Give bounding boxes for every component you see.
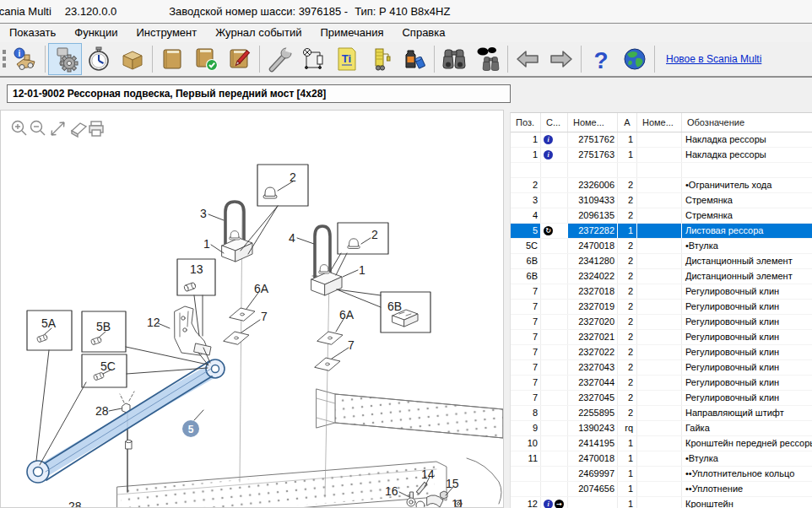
- designation-cell: Регулировочный клин: [682, 376, 812, 390]
- column-header-1[interactable]: С...: [541, 113, 568, 132]
- status-cell: [541, 315, 568, 329]
- table-row[interactable]: 1i27517631Накладка рессоры: [511, 148, 812, 163]
- partnumber2-cell: [637, 345, 682, 359]
- position-badge-5[interactable]: 5: [182, 420, 199, 437]
- catalog-book-button[interactable]: [155, 43, 189, 75]
- package-button[interactable]: [116, 43, 149, 75]
- column-header-2[interactable]: Номе...: [568, 113, 618, 132]
- main-content: 5 2 3 1 13 2 4 1 6A 7 6B 6A 7 5A: [0, 110, 812, 508]
- back-button[interactable]: [511, 43, 544, 75]
- table-row[interactable]: 91390243rqГайка: [511, 421, 812, 436]
- table-row[interactable]: 5C24700182•Втулка: [511, 239, 812, 254]
- tools-button[interactable]: [263, 43, 296, 75]
- table-row[interactable]: 723270202Регулировочный клин: [511, 315, 812, 330]
- search-button[interactable]: [437, 43, 471, 75]
- column-header-0[interactable]: Поз.: [511, 113, 541, 132]
- table-row-selected[interactable]: 5↻23722821Листовая рессора: [511, 224, 812, 239]
- table-row[interactable]: 1124700181•Втулка: [511, 451, 812, 467]
- forward-button[interactable]: [544, 43, 578, 75]
- partnumber2-cell: [637, 406, 682, 420]
- piston-gear-icon: [51, 46, 78, 73]
- partnumber-cell: 2341280: [568, 254, 618, 268]
- circuit-button[interactable]: [296, 43, 330, 75]
- qty-cell: 2: [618, 391, 637, 405]
- whats-new-link[interactable]: Новое в Scania Multi: [666, 53, 761, 65]
- menu-item-notes[interactable]: Примечания: [311, 24, 392, 42]
- help-button[interactable]: ?: [584, 43, 618, 75]
- equipment-button[interactable]: [364, 43, 398, 75]
- binoculars-icon: [441, 46, 468, 73]
- eraser-button[interactable]: [72, 123, 86, 137]
- menu-item-show[interactable]: Показать: [0, 24, 65, 42]
- menu-item-functions[interactable]: Функции: [65, 24, 127, 42]
- toolbar-separator: [507, 46, 508, 73]
- table-row[interactable]: 6B23240222Дистанционный элемент: [511, 269, 812, 284]
- partnumber2-cell: [637, 467, 682, 481]
- column-header-3[interactable]: A: [618, 113, 637, 132]
- designation-cell: Направляющий штифт: [682, 406, 812, 420]
- qty-cell: 2: [618, 330, 637, 344]
- zoom-out-button[interactable]: [31, 122, 46, 136]
- chassis-type: Тип: P 410 B8x4HZ: [355, 5, 450, 18]
- table-row[interactable]: 12i→1Кронштейн: [511, 497, 812, 508]
- qty-cell: 2: [618, 315, 637, 329]
- goto-icon[interactable]: →: [555, 500, 564, 508]
- menu-item-event-log[interactable]: Журнал событий: [206, 24, 311, 42]
- print-button[interactable]: [89, 122, 103, 136]
- table-row[interactable]: 723270222Регулировочный клин: [511, 345, 812, 360]
- designation-cell: Кронштейн передней рессоры: [682, 436, 812, 451]
- menu-item-tools[interactable]: Инструмент: [127, 24, 207, 42]
- lubricants-button[interactable]: [398, 43, 431, 75]
- table-row[interactable]: [511, 163, 812, 178]
- pos-cell: 12: [511, 497, 541, 508]
- parts-catalog-button[interactable]: [48, 43, 82, 75]
- table-row[interactable]: 6B23412802Дистанционный элемент: [511, 254, 812, 269]
- table-row[interactable]: 420961352Стремянка: [511, 208, 812, 224]
- info-icon[interactable]: i: [544, 150, 553, 159]
- table-row[interactable]: 331094332Стремянка: [511, 193, 812, 208]
- table-row[interactable]: 1i27517621Накладка рессоры: [511, 132, 812, 148]
- zoom-in-button[interactable]: [13, 122, 27, 136]
- search-history-button[interactable]: [471, 43, 505, 75]
- info-icon[interactable]: i: [544, 135, 553, 144]
- chassis-info-button[interactable]: i: [8, 43, 42, 75]
- table-row[interactable]: 723270192Регулировочный клин: [511, 300, 812, 315]
- table-row[interactable]: 723270212Регулировочный клин: [511, 330, 812, 345]
- table-row[interactable]: 24699971••Уплотнительное кольцо: [511, 467, 812, 482]
- menu-item-help[interactable]: Справка: [392, 24, 454, 42]
- toolbar-separator: [45, 46, 46, 73]
- designation-cell: Регулировочный клин: [682, 284, 812, 299]
- svg-text:28: 28: [95, 404, 109, 418]
- edit-book-button[interactable]: [223, 43, 257, 75]
- column-header-5[interactable]: Обозначение: [682, 113, 812, 132]
- svg-text:6B: 6B: [387, 300, 402, 313]
- bracket-12[interactable]: [175, 306, 211, 355]
- qty-cell: 2: [618, 300, 637, 314]
- fit-view-button[interactable]: [51, 122, 64, 135]
- table-row[interactable]: 822558952Направляющий штифт: [511, 406, 812, 421]
- status-cell: i: [541, 148, 568, 162]
- frame-rail-rear[interactable]: [317, 389, 503, 438]
- table-row[interactable]: 1024141951Кронштейн передней рессоры: [511, 436, 812, 451]
- arrow-left-icon: [514, 46, 541, 73]
- table-row[interactable]: 223260062•Ограничитель хода: [511, 178, 812, 193]
- table-row[interactable]: 723270182Регулировочный клин: [511, 284, 812, 300]
- shim-7-right: [315, 358, 340, 370]
- parts-table-header: Поз.С...Номе...AНоме...Обозначение: [511, 113, 812, 132]
- partnumber-cell: 2327020: [568, 315, 618, 329]
- table-row[interactable]: 20746561••Уплотнение: [511, 482, 812, 497]
- work-time-button[interactable]: [82, 43, 116, 75]
- partnumber2-cell: [637, 239, 682, 253]
- info-icon[interactable]: i: [544, 500, 553, 508]
- verified-book-button[interactable]: [189, 43, 223, 75]
- svg-text:Ti: Ti: [342, 52, 351, 65]
- technical-info-button[interactable]: Ti: [330, 43, 364, 75]
- online-button[interactable]: [618, 43, 652, 75]
- column-header-4[interactable]: Номе...: [637, 113, 682, 132]
- partnumber2-cell: [637, 224, 682, 238]
- partnumber-cell: 2255895: [568, 406, 618, 420]
- table-row[interactable]: 723270452Регулировочный клин: [511, 391, 812, 406]
- bolt-28[interactable]: [120, 392, 134, 492]
- table-row[interactable]: 723270432Регулировочный клин: [511, 360, 812, 376]
- table-row[interactable]: 723270442Регулировочный клин: [511, 376, 812, 391]
